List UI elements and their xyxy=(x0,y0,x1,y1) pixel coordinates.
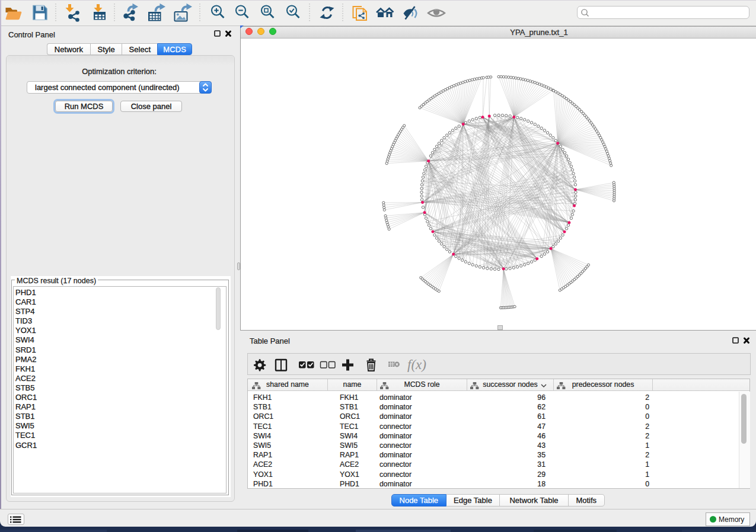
svg-text:f(x): f(x) xyxy=(407,357,426,372)
